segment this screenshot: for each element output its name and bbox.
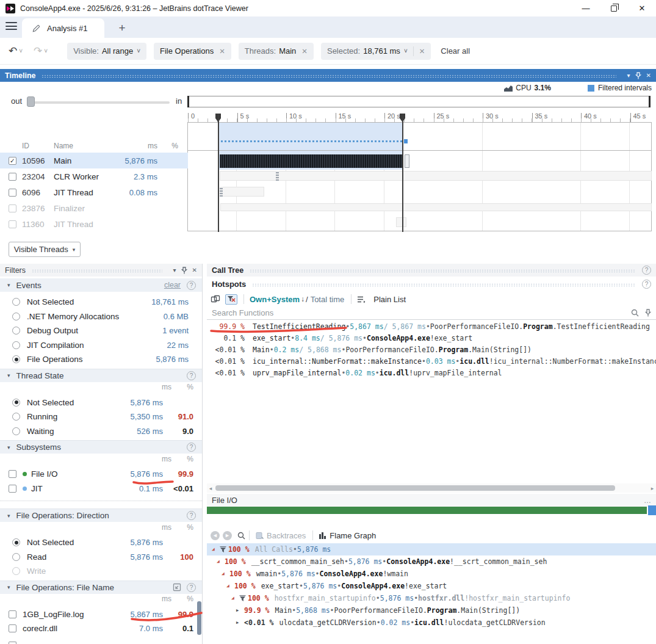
radio-button[interactable]	[12, 427, 20, 435]
back-icon[interactable]: ◄	[211, 531, 220, 540]
radio-button[interactable]	[12, 553, 20, 561]
direction-row[interactable]: Not Selected 5,876 ms	[0, 535, 202, 550]
visible-range-chip[interactable]: Visible: All range ˅	[67, 43, 146, 60]
radio-button[interactable]	[12, 399, 20, 407]
maximize-button[interactable]	[600, 0, 628, 16]
help-icon[interactable]: ?	[642, 266, 651, 275]
jit-thread2-activity-bar[interactable]	[396, 217, 406, 227]
pin-icon[interactable]	[635, 72, 641, 79]
forward-icon[interactable]: ►	[223, 531, 232, 540]
backtraces-button[interactable]: Backtraces	[267, 531, 306, 540]
expand-arrow-icon[interactable]: ◢	[212, 543, 220, 555]
jit-thread-activity-bar[interactable]	[220, 187, 264, 197]
help-icon[interactable]: ?	[187, 443, 196, 452]
filter-disabled-icon[interactable]	[225, 294, 237, 305]
search-icon[interactable]	[631, 309, 639, 317]
search-icon[interactable]	[237, 532, 245, 540]
sort-total-time-button[interactable]: Total time	[311, 295, 345, 304]
undo-caret-icon[interactable]: ˅	[19, 48, 23, 54]
call-tree-row[interactable]: ◢ 100 % wmain • 5,876 ms • ConsoleApp4.e…	[207, 568, 656, 580]
swap-view-icon[interactable]	[211, 294, 220, 304]
thread-row[interactable]: 23204 CLR Worker 2.3 ms	[0, 168, 188, 184]
minimize-button[interactable]: —	[572, 0, 600, 16]
ellipsis-icon[interactable]: …	[644, 496, 651, 505]
thread-row[interactable]: 11360 JIT Thread	[0, 216, 188, 232]
flame-graph-icon[interactable]	[319, 532, 326, 539]
help-icon[interactable]: ?	[187, 281, 196, 290]
thread-state-row[interactable]: Waiting 526 ms 9.0	[0, 424, 202, 439]
collapse-chevron-icon[interactable]: ▾	[7, 282, 10, 288]
help-icon[interactable]: ?	[642, 280, 651, 289]
backtraces-icon[interactable]	[255, 532, 264, 540]
hotspot-row[interactable]: <0.01 % uprv_mapFile_internal • 0.02 ms …	[207, 367, 656, 379]
expand-arrow-icon[interactable]: ◢	[217, 555, 225, 568]
help-icon[interactable]: ?	[187, 371, 196, 380]
scrollbar-thumb[interactable]	[215, 485, 615, 491]
subsystem-row[interactable]: JIT 0.1 ms <0.01	[0, 482, 202, 496]
thread-state-row[interactable]: Not Selected 5,876 ms	[0, 396, 202, 410]
visible-threads-button[interactable]: Visible Threads ▾	[9, 242, 81, 257]
scroll-left-icon[interactable]: ◂	[207, 485, 214, 491]
radio-button[interactable]	[12, 313, 20, 320]
radio-button[interactable]	[12, 413, 20, 421]
clipped-filename-checkbox[interactable]	[9, 642, 16, 644]
undo-icon[interactable]: ↶	[9, 45, 17, 57]
expand-arrow-icon[interactable]: ▶	[236, 604, 244, 617]
file-io-progress-bar[interactable]	[207, 507, 647, 514]
call-tree-row[interactable]: ◢ 100 % __scrt_common_main_seh • 5,876 m…	[207, 555, 656, 568]
hotspot-row[interactable]: <0.01 % icu_internal::NumberFormat::make…	[207, 356, 656, 367]
event-filter-row[interactable]: .NET Memory Allocations 0.6 MB	[0, 309, 202, 324]
expand-arrow-icon[interactable]: ◢	[231, 592, 239, 604]
call-tree-row[interactable]: ▶ 99.9 % Main • 5,868 ms • PoorPerforman…	[207, 604, 656, 617]
subsystems-section-header[interactable]: ▾ Subsystems ?	[0, 440, 202, 454]
redo-icon[interactable]: ↷	[34, 45, 42, 57]
flame-graph-button[interactable]: Flame Graph	[330, 531, 376, 540]
remove-filter-icon[interactable]: ✕	[301, 47, 308, 56]
main-thread-activity-bar[interactable]	[220, 154, 403, 168]
horizontal-scrollbar[interactable]: ◂ ▸	[207, 483, 656, 493]
thread-checkbox[interactable]	[9, 220, 16, 228]
radio-button[interactable]	[12, 298, 20, 306]
thread-checkbox[interactable]	[9, 173, 16, 181]
scroll-right-icon[interactable]: ▸	[649, 485, 656, 491]
event-filter-row[interactable]: Debug Output 1 event	[0, 324, 202, 338]
collapse-chevron-icon[interactable]: ▾	[7, 444, 10, 450]
panel-close-icon[interactable]: ✕	[192, 267, 197, 273]
collapse-chevron-icon[interactable]: ▾	[7, 513, 10, 519]
radio-button[interactable]	[12, 538, 20, 546]
collapse-chevron-icon[interactable]: ▾	[7, 372, 10, 378]
zoom-slider-track[interactable]	[27, 101, 170, 104]
plain-list-button[interactable]: Plain List	[373, 295, 406, 304]
thread-row[interactable]: 23876 Finalizer	[0, 200, 188, 216]
zoom-slider-handle[interactable]	[27, 96, 35, 107]
plain-list-icon[interactable]	[357, 295, 366, 303]
remove-filter-icon[interactable]: ✕	[419, 47, 425, 56]
hotspot-row[interactable]: 0.1 % exe_start • 8.4 ms / 5,876 ms • Co…	[207, 333, 656, 344]
thread-state-row[interactable]: Running 5,350 ms 91.0	[0, 410, 202, 424]
sort-own-system-button[interactable]: Own+System	[250, 295, 300, 304]
radio-button[interactable]	[12, 355, 20, 363]
add-tab-button[interactable]: +	[115, 21, 129, 35]
panel-close-icon[interactable]: ✕	[646, 72, 651, 79]
selection-left-boundary[interactable]	[218, 114, 219, 232]
thread-checkbox[interactable]: ✓	[9, 157, 16, 165]
expand-arrow-icon[interactable]: ◢	[226, 580, 234, 592]
thread-checkbox[interactable]	[9, 189, 16, 197]
event-filter-row[interactable]: File Operations 5,876 ms	[0, 352, 202, 367]
thread-row[interactable]: 6096 JIT Thread 0.08 ms	[0, 184, 188, 200]
fo-direction-section-header[interactable]: ▾ File Operations: Direction ?	[0, 508, 202, 522]
expand-arrow-icon[interactable]: ◢	[222, 568, 229, 580]
subsystem-row[interactable]: File I/O 5,876 ms 99.9	[0, 467, 202, 482]
expand-arrow-icon[interactable]: ▶	[236, 617, 244, 629]
timeline-range-slider[interactable]	[187, 96, 651, 107]
hotspot-row[interactable]: <0.01 % Main • 0.2 ms / 5,868 ms • PoorP…	[207, 344, 656, 356]
hamburger-menu-icon[interactable]	[5, 22, 17, 32]
help-icon[interactable]: ?	[187, 583, 196, 592]
panel-dropdown-icon[interactable]: ▾	[173, 267, 176, 273]
thread-state-section-header[interactable]: ▾ Thread State ?	[0, 369, 202, 382]
filename-checkbox[interactable]	[9, 624, 16, 632]
thread-checkbox[interactable]	[9, 204, 16, 212]
timeline-chart[interactable]	[187, 122, 652, 231]
radio-button[interactable]	[12, 341, 20, 349]
filename-row[interactable]: 1GB_LogFile.log 5,867 ms 99.9	[0, 607, 202, 622]
